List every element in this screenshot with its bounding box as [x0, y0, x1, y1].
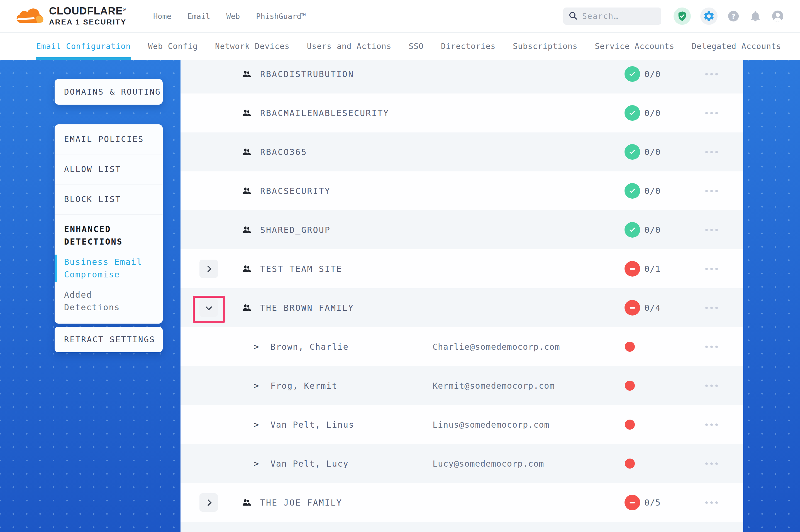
member-name: Brown, Charlie	[271, 342, 349, 352]
table-row-member: > Brown, Charlie Charlie@somedemocorp.co…	[181, 327, 743, 366]
chevron-right-icon[interactable]: >	[254, 341, 259, 352]
more-actions-button[interactable]	[697, 132, 725, 171]
member-count: 0/1	[644, 264, 661, 274]
nav-item-web[interactable]: Web	[226, 12, 240, 21]
expand-toggle-button[interactable]	[199, 299, 218, 317]
search-input[interactable]	[582, 12, 656, 21]
member-count: 0/5	[644, 497, 661, 508]
user-icon[interactable]	[771, 10, 784, 23]
member-name: Frog, Kermit	[271, 381, 338, 391]
group-name: THE BROWN FAMILY	[260, 303, 354, 313]
chevron-right-icon[interactable]: >	[254, 458, 259, 469]
tab-network-devices[interactable]: Network Devices	[215, 33, 290, 60]
status-dot	[625, 381, 635, 391]
tab-service-accounts[interactable]: Service Accounts	[595, 33, 675, 60]
member-count: 0/0	[644, 186, 661, 196]
status-badge	[624, 495, 640, 510]
table-row-member: > Van Pelt, Linus Linus@somedemocorp.com	[181, 405, 743, 444]
enhanced-detections-section: ENHANCED DETECTIONS Business Email Compr…	[55, 214, 163, 314]
tab-delegated-accounts[interactable]: Delegated Accounts	[692, 33, 781, 60]
nav-item-home[interactable]: Home	[153, 12, 171, 21]
tab-email-configuration[interactable]: Email Configuration	[36, 33, 131, 60]
group-icon	[241, 225, 252, 235]
nav-item-email[interactable]: Email	[187, 12, 210, 21]
table-row-member: > Van Pelt, Lucy Lucy@somedemocorp.com	[181, 444, 743, 483]
sidebar-item-block-list[interactable]: BLOCK LIST	[55, 185, 163, 214]
member-email: Charlie@somedemocorp.com	[433, 342, 560, 352]
expand-toggle-button[interactable]	[199, 260, 218, 278]
sidebar-card-domains-routing[interactable]: DOMAINS & ROUTING	[55, 79, 163, 104]
sidebar-item-email-policies[interactable]: EMAIL POLICIES	[55, 125, 163, 154]
expand-toggle-button[interactable]	[199, 493, 218, 512]
status-badge	[624, 222, 640, 238]
status-dot	[625, 420, 635, 430]
tab-sso[interactable]: SSO	[408, 33, 424, 60]
gear-icon[interactable]	[700, 7, 717, 25]
expand-area	[193, 257, 225, 284]
more-actions-button[interactable]	[697, 210, 725, 249]
tab-web-config[interactable]: Web Config	[148, 33, 198, 60]
more-actions-button[interactable]	[697, 60, 725, 94]
more-actions-button[interactable]	[697, 171, 725, 210]
brand-text: CLOUDFLARE® AREA 1 SECURITY	[49, 6, 126, 26]
search-box[interactable]	[563, 7, 661, 25]
tab-users-and-actions[interactable]: Users and Actions	[307, 33, 392, 60]
table-row-group: THE JOE FAMILY 0/5	[181, 483, 743, 522]
table-row-group: RBACSECURITY 0/0	[181, 171, 743, 210]
partial-next-row	[181, 522, 743, 532]
domains-routing-label: DOMAINS & ROUTING	[64, 87, 161, 97]
group-icon	[241, 186, 252, 196]
chevron-right-icon[interactable]: >	[254, 380, 259, 391]
bell-icon[interactable]	[749, 10, 762, 22]
shield-check-icon[interactable]	[674, 7, 691, 25]
group-name: RBACMAILENABLESECURITY	[260, 108, 389, 118]
policy-list: EMAIL POLICIESALLOW LISTBLOCK LIST	[55, 125, 163, 214]
status-dot	[625, 342, 635, 352]
chevron-right-icon[interactable]: >	[254, 419, 259, 430]
more-actions-button[interactable]	[697, 94, 725, 132]
more-actions-button[interactable]	[697, 405, 725, 444]
group-name: SHARED_GROUP	[260, 225, 331, 235]
member-count: 0/0	[644, 147, 661, 157]
sidebar-item-added-detections[interactable]: Added Detections	[64, 288, 153, 314]
status-badge	[624, 261, 640, 277]
registered-mark: ®	[123, 7, 126, 12]
member-name: Van Pelt, Linus	[271, 420, 354, 430]
table-row-group: RBACO365 0/0	[181, 132, 743, 171]
chevron-icon	[205, 304, 212, 310]
group-icon	[241, 264, 252, 274]
expand-area	[193, 491, 225, 518]
brand-title: CLOUDFLARE	[49, 5, 123, 17]
group-name: TEST TEAM SITE	[260, 264, 342, 274]
svg-text:?: ?	[731, 12, 735, 20]
group-icon	[241, 69, 252, 79]
group-name: RBACO365	[260, 147, 307, 157]
nav-item-phishguard[interactable]: PhishGuard™	[256, 12, 306, 21]
more-actions-button[interactable]	[697, 288, 725, 327]
status-badge	[624, 300, 640, 316]
status-badge	[624, 183, 640, 199]
sidebar-card-retract-settings[interactable]: RETRACT SETTINGS	[55, 327, 163, 352]
help-icon[interactable]: ?	[727, 10, 740, 22]
group-icon	[241, 108, 252, 118]
more-actions-button[interactable]	[697, 249, 725, 288]
member-name: Van Pelt, Lucy	[271, 459, 349, 469]
member-email: Linus@somedemocorp.com	[433, 420, 549, 430]
sidebar-card-email-policies: EMAIL POLICIESALLOW LISTBLOCK LIST ENHAN…	[55, 125, 163, 324]
more-actions-button[interactable]	[697, 483, 725, 522]
tab-subscriptions[interactable]: Subscriptions	[513, 33, 578, 60]
search-icon	[568, 11, 578, 21]
tab-directories[interactable]: Directories	[441, 33, 495, 60]
group-icon	[241, 497, 252, 508]
more-actions-button[interactable]	[697, 444, 725, 483]
retract-settings-label: RETRACT SETTINGS	[64, 335, 155, 344]
more-actions-button[interactable]	[697, 366, 725, 405]
sidebar-item-business-email-compromise[interactable]: Business Email Compromise	[64, 256, 153, 281]
status-badge	[624, 66, 640, 82]
app-header: CLOUDFLARE® AREA 1 SECURITY HomeEmailWeb…	[0, 0, 800, 33]
header-action-icons: ?	[674, 7, 784, 25]
sidebar-item-allow-list[interactable]: ALLOW LIST	[55, 154, 163, 185]
member-count: 0/0	[644, 69, 661, 79]
chevron-icon	[205, 499, 212, 506]
more-actions-button[interactable]	[697, 327, 725, 366]
